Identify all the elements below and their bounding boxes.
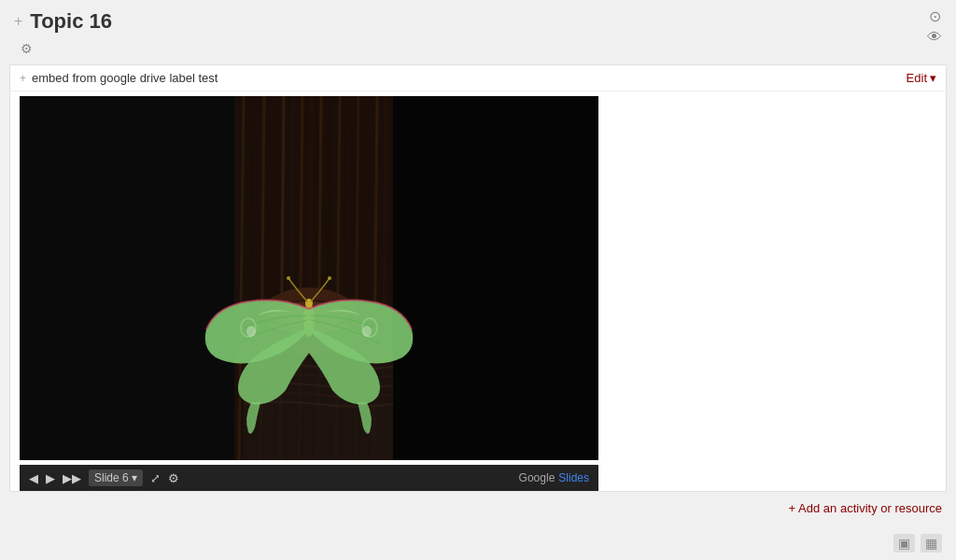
- activity-label: embed from google drive label test: [32, 71, 218, 85]
- slide-label: Slide 6: [94, 471, 129, 484]
- prev-slide-button[interactable]: ◀: [29, 471, 38, 485]
- edit-button[interactable]: Edit▾: [907, 71, 936, 85]
- svg-point-30: [362, 326, 372, 337]
- topic-title: Topic 16: [30, 9, 112, 34]
- content-section: + embed from google drive label test Edi…: [9, 64, 947, 492]
- toolbar-controls: ◀ ▶ ▶▶ Slide 6 ▾ ⤢ ⚙: [29, 469, 179, 486]
- svg-point-29: [246, 326, 256, 337]
- slides-settings-icon[interactable]: ⚙: [168, 471, 179, 485]
- bottom-icon-2[interactable]: ▦: [921, 534, 942, 553]
- eye-icon[interactable]: 👁: [927, 29, 942, 46]
- slides-embed: [20, 96, 598, 460]
- top-right-icons: ⊙ 👁: [927, 7, 942, 46]
- slide-dropdown-arrow: ▾: [132, 471, 137, 484]
- play-button[interactable]: ▶: [46, 471, 55, 485]
- slide-indicator[interactable]: Slide 6 ▾: [89, 469, 143, 486]
- settings-row: ⚙: [0, 38, 956, 64]
- bottom-icon-1[interactable]: ▣: [893, 534, 915, 553]
- activity-header: + embed from google drive label test Edi…: [10, 65, 946, 91]
- add-activity-row: + Add an activity or resource: [0, 492, 956, 525]
- svg-rect-2: [393, 96, 598, 460]
- edit-dropdown-arrow: ▾: [930, 71, 936, 85]
- gear-icon[interactable]: ⚙: [21, 41, 33, 56]
- bottom-right-icons: ▣ ▦: [893, 534, 942, 553]
- add-activity-link[interactable]: + Add an activity or resource: [789, 501, 942, 515]
- add-activity-plus: +: [789, 501, 796, 515]
- plus-icon-header[interactable]: +: [14, 13, 22, 30]
- next-slide-button[interactable]: ▶▶: [63, 471, 81, 485]
- slides-toolbar: ◀ ▶ ▶▶ Slide 6 ▾ ⤢ ⚙ Google Slides: [20, 465, 598, 491]
- google-slides-branding: Google Slides: [519, 471, 589, 484]
- activity-title-row: + embed from google drive label test: [20, 71, 218, 85]
- svg-point-26: [328, 276, 331, 280]
- svg-rect-1: [20, 96, 234, 460]
- edit-label: Edit: [907, 71, 927, 85]
- slides-label: Slides: [558, 471, 589, 484]
- add-activity-label: Add an activity or resource: [798, 501, 942, 515]
- page-container: + Topic 16 ⊙ 👁 ⚙ + embed from google dri…: [0, 0, 956, 560]
- expand-icon[interactable]: ⤢: [150, 471, 161, 485]
- google-label: Google: [519, 471, 555, 484]
- svg-point-25: [287, 276, 290, 280]
- moth-image: [20, 96, 598, 460]
- location-icon[interactable]: ⊙: [929, 7, 941, 25]
- activity-plus-icon[interactable]: +: [20, 72, 26, 85]
- topic-header: + Topic 16 ⊙ 👁: [0, 0, 956, 38]
